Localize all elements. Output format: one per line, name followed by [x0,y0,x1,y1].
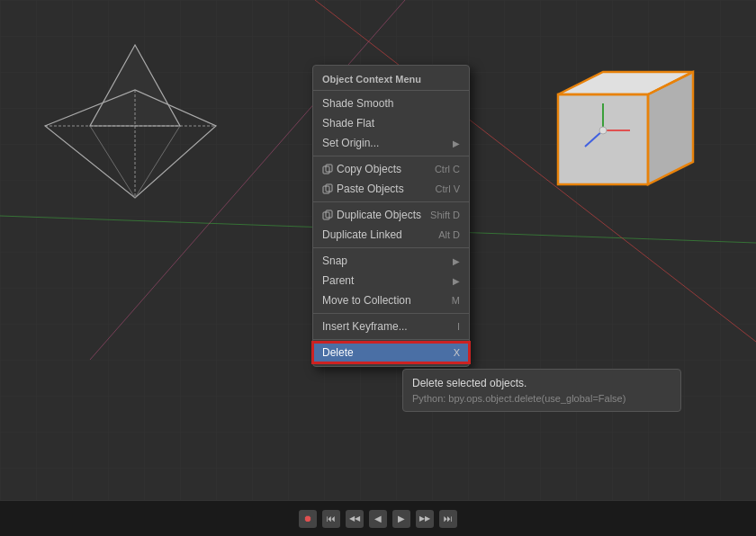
menu-item-paste-objects[interactable]: Paste Objects Ctrl V [313,179,469,199]
context-menu-title: Object Context Menu [313,69,469,91]
svg-line-8 [90,126,135,198]
play-button[interactable]: ▶ [392,510,410,528]
prev-frame-button[interactable]: ◀◀ [346,510,364,528]
skip-end-button[interactable]: ⏭ [439,510,457,528]
duplicate-icon [322,210,333,220]
svg-line-9 [135,126,180,198]
menu-item-snap[interactable]: Snap ▶ [313,251,469,271]
skip-start-button[interactable]: ⏮ [322,510,340,528]
wireframe-object [18,36,225,216]
submenu-arrow: ▶ [453,138,460,148]
menu-item-shade-flat[interactable]: Shade Flat [313,113,469,133]
tooltip-description: Delete selected objects. [412,377,671,389]
menu-item-duplicate-linked[interactable]: Duplicate Linked Alt D [313,225,469,245]
context-menu: Object Context Menu Shade Smooth Shade F… [312,65,470,367]
svg-point-19 [599,127,607,134]
separator-5 [313,339,469,340]
tooltip-box: Delete selected objects. Python: bpy.ops… [402,369,681,412]
parent-arrow: ▶ [453,276,460,286]
snap-arrow: ▶ [453,256,460,266]
separator-2 [313,201,469,202]
record-button[interactable]: ⏺ [299,510,317,528]
next-frame-button[interactable]: ▶▶ [416,510,434,528]
menu-item-duplicate-objects[interactable]: Duplicate Objects Shift D [313,205,469,225]
menu-item-shade-smooth[interactable]: Shade Smooth [313,94,469,113]
cube-object [531,67,702,229]
menu-item-parent[interactable]: Parent ▶ [313,271,469,290]
viewport[interactable]: Object Context Menu Shade Smooth Shade F… [0,0,756,500]
menu-item-delete[interactable]: Delete X [313,343,469,362]
tooltip-python: Python: bpy.ops.object.delete(use_global… [412,393,671,404]
play-back-button[interactable]: ◀ [369,510,387,528]
menu-item-set-origin[interactable]: Set Origin... ▶ [313,133,469,153]
separator-3 [313,247,469,248]
timeline-bar: ⏺ ⏮ ◀◀ ◀ ▶ ▶▶ ⏭ [0,500,756,536]
separator-4 [313,313,469,314]
menu-item-move-to-collection[interactable]: Move to Collection M [313,290,469,310]
paste-icon [322,183,333,194]
menu-item-insert-keyframe[interactable]: Insert Keyframe... I [313,317,469,336]
menu-item-copy-objects[interactable]: Copy Objects Ctrl C [313,159,469,179]
separator-1 [313,156,469,156]
copy-icon [322,164,333,174]
